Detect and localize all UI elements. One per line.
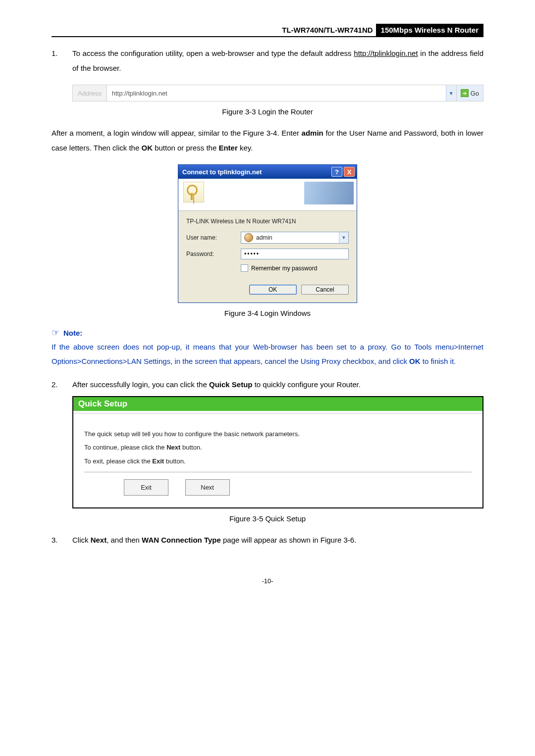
remember-password-checkbox[interactable] xyxy=(241,264,248,272)
go-arrow-icon: ➔ xyxy=(461,89,469,97)
username-value: admin xyxy=(256,234,339,241)
dialog-title-text: Connect to tplinklogin.net xyxy=(182,168,262,176)
login-instruction-paragraph: After a moment, a login window will appe… xyxy=(52,126,483,155)
dialog-banner xyxy=(178,179,357,211)
step-3-text: Click Next, and then WAN Connection Type… xyxy=(72,533,483,548)
product-name: 150Mbps Wireless N Router xyxy=(376,24,483,36)
quick-setup-line2: To continue, please click the Next butto… xyxy=(84,441,472,454)
ok-button[interactable]: OK xyxy=(249,285,297,295)
figure-3-3-caption: Figure 3-3 Login the Router xyxy=(52,107,483,116)
step-1: 1. To access the configuration utility, … xyxy=(52,46,483,76)
chevron-down-icon[interactable]: ▼ xyxy=(339,232,348,243)
address-dropdown-button[interactable]: ▼ xyxy=(446,85,456,101)
divider xyxy=(84,472,472,472)
banner-image xyxy=(304,182,354,204)
figure-3-5-caption: Figure 3-5 Quick Setup xyxy=(52,514,483,523)
step-number: 2. xyxy=(52,377,72,392)
username-combo[interactable]: admin ▼ xyxy=(241,232,349,244)
pointing-hand-icon: ☞ xyxy=(52,327,59,338)
next-button[interactable]: Next xyxy=(185,479,230,496)
cancel-button[interactable]: Cancel xyxy=(301,285,349,295)
figure-3-4-caption: Figure 3-4 Login Windows xyxy=(52,309,483,317)
quick-setup-panel: Quick Setup The quick setup will tell yo… xyxy=(72,396,483,508)
device-name-label: TP-LINK Wireless Lite N Router WR741N xyxy=(186,218,349,225)
quick-setup-title: Quick Setup xyxy=(73,397,482,411)
note-heading: ☞ Note: xyxy=(52,327,483,338)
note-body: If the above screen does not pop-up, it … xyxy=(52,340,483,368)
help-button[interactable]: ? xyxy=(331,167,342,177)
username-label: User name: xyxy=(186,234,241,241)
model-number: TL-WR740N/TL-WR741ND xyxy=(52,24,376,36)
password-label: Password: xyxy=(186,251,241,257)
step-2-text: After successfully login, you can click … xyxy=(72,377,483,392)
address-bar: Address ▼ ➔ Go xyxy=(72,85,483,101)
page-number: -10- xyxy=(52,577,483,585)
remember-password-label: Remember my password xyxy=(251,265,317,272)
address-label: Address xyxy=(73,85,107,101)
user-icon xyxy=(244,233,253,242)
exit-button[interactable]: Exit xyxy=(124,479,168,496)
step-2: 2. After successfully login, you can cli… xyxy=(52,377,483,392)
step-3: 3. Click Next, and then WAN Connection T… xyxy=(52,533,483,548)
close-button[interactable]: X xyxy=(344,167,355,177)
step-number: 3. xyxy=(52,533,72,548)
key-icon xyxy=(183,182,204,202)
go-button[interactable]: ➔ Go xyxy=(456,85,483,101)
password-input[interactable] xyxy=(241,249,349,259)
address-input[interactable] xyxy=(107,85,446,101)
step-number: 1. xyxy=(52,46,72,76)
quick-setup-line1: The quick setup will tell you how to con… xyxy=(84,427,472,441)
config-url-link[interactable]: http://tplinklogin.net xyxy=(354,49,418,57)
step-1-text: To access the configuration utility, ope… xyxy=(72,46,483,76)
quick-setup-line3: To exit, please click the Exit button. xyxy=(84,454,472,468)
login-dialog: Connect to tplinklogin.net ? X TP-LINK W… xyxy=(178,164,357,303)
page-header: TL-WR740N/TL-WR741ND 150Mbps Wireless N … xyxy=(52,24,483,37)
dialog-titlebar: Connect to tplinklogin.net ? X xyxy=(178,165,357,179)
